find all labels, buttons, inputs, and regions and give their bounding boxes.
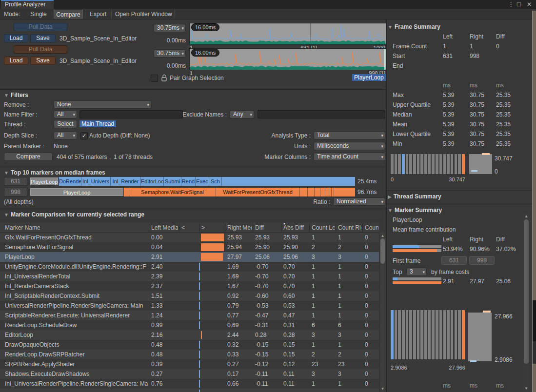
table-column-header[interactable]: Count Right	[338, 222, 361, 233]
name-filter-input[interactable]	[79, 110, 183, 118]
top10-segment[interactable]: Sch	[209, 177, 221, 186]
top10-segment[interactable]: Inl_Univers	[81, 177, 110, 186]
scroll-down-icon[interactable]: ▼	[379, 387, 386, 391]
table-row[interactable]: Inl_UniversalRenderTotal2.391.69-0.700.7…	[0, 272, 379, 281]
marker-summary-title[interactable]: Marker Summary	[395, 207, 442, 214]
top10-segment[interactable]	[221, 177, 228, 186]
table-row[interactable]: Gfx.WaitForPresentOnGfxThread0.0025.9325…	[0, 233, 379, 242]
thread-select-button[interactable]: Select	[54, 120, 77, 128]
top10-segment[interactable]: Exec	[195, 177, 209, 186]
table-row[interactable]: Shadows.ExecuteDrawShadows0.270.17-0.110…	[0, 369, 379, 379]
mode-single-button[interactable]: Single	[25, 11, 52, 18]
summary-scrollbar-thumb[interactable]	[524, 219, 529, 364]
table-column-header[interactable]: <	[181, 222, 198, 233]
pull-data-right-button[interactable]: Pull Data	[14, 45, 67, 54]
kebab-menu-icon[interactable]: ⋮	[508, 1, 514, 8]
table-row[interactable]: RenderLoop.ScheduleDraw0.990.69-0.310.31…	[0, 320, 379, 330]
top10-frame-number[interactable]: 631	[4, 177, 27, 186]
top10-segment[interactable]: Inl_Render	[110, 177, 140, 186]
top10-segment[interactable]: DoRenderl	[59, 177, 81, 186]
table-scrollbar-thumb[interactable]	[380, 238, 385, 264]
units-dropdown[interactable]: Milliseconds ▾	[314, 142, 385, 150]
load-left-button[interactable]: Load	[4, 34, 28, 42]
table-row[interactable]: DrawOpaqueObjects0.480.32-0.150.15110	[0, 340, 379, 350]
table-row[interactable]: PlayerLoop2.9127.9725.0625.06330	[0, 252, 379, 262]
maximize-icon[interactable]: □	[517, 0, 521, 8]
open-profiler-button[interactable]: Open Profiler Window	[115, 11, 172, 18]
marker-table-title[interactable]: Marker Comparison for currently selected…	[11, 211, 144, 218]
save-left-button[interactable]: Save	[30, 34, 56, 42]
table-row[interactable]: Semaphore.WaitForSignal0.0425.9425.9025.…	[0, 242, 379, 252]
column-separator[interactable]	[253, 224, 253, 232]
exclude-names-input[interactable]	[258, 110, 385, 118]
foldout-open-icon[interactable]: ▼	[4, 93, 9, 98]
load-right-button[interactable]: Load	[4, 57, 28, 65]
frame-summary-title[interactable]: Frame Summary	[395, 23, 440, 30]
ratio-dropdown[interactable]: Normalized ▾	[333, 197, 385, 206]
top10-segment[interactable]	[124, 188, 129, 196]
scroll-down-icon[interactable]: ▼	[523, 386, 530, 391]
column-separator[interactable]	[225, 224, 225, 232]
top10-segment[interactable]: PlayerLoop	[30, 177, 59, 186]
top10-bar[interactable]: PlayerLoopSemaphore.WaitForSignalWaitFor…	[30, 188, 355, 196]
thread-summary-title[interactable]: Thread Summary	[394, 193, 441, 200]
filters-title[interactable]: Filters	[11, 92, 28, 98]
depth-slice-dropdown[interactable]: All ▾	[54, 131, 77, 139]
table-column-header[interactable]: >	[201, 222, 224, 233]
table-row[interactable]: ScriptableRenderer.Execute: UniversalRen…	[0, 311, 379, 320]
top10-bar[interactable]: PlayerLoopDoRenderlInl_UniversInl_Render…	[30, 177, 355, 186]
top10-segment[interactable]: Rend	[181, 177, 195, 186]
exclude-mode-dropdown[interactable]: Any ▾	[230, 110, 254, 118]
top10-title[interactable]: Top 10 markers on median frames	[11, 169, 105, 176]
export-button[interactable]: Export	[87, 11, 109, 18]
table-column-header[interactable]: Count Diff	[365, 222, 378, 233]
lock-open-icon[interactable]	[161, 74, 167, 81]
top10-segment[interactable]	[307, 188, 314, 196]
table-column-header[interactable]: Count Left	[312, 222, 335, 233]
table-column-header[interactable]: Right Median	[227, 222, 252, 233]
table-column-header[interactable]: Diff	[255, 222, 280, 233]
column-separator[interactable]	[179, 224, 179, 232]
range-left-dropdown[interactable]: 30.75ms ▾	[154, 24, 186, 32]
top10-segment[interactable]: WaitForPresentOnGfxThread	[216, 188, 299, 196]
table-row[interactable]: Inl_RenderCameraStack2.371.67-0.700.7011…	[0, 281, 379, 291]
top10-segment[interactable]: PlayerLoop	[30, 188, 124, 196]
table-column-header[interactable]: Abs Diff	[283, 222, 308, 233]
table-row[interactable]: Inl_ScriptableRenderContext.Submit1.510.…	[0, 291, 379, 301]
column-separator[interactable]	[362, 224, 363, 232]
pair-graph-checkbox[interactable]	[151, 75, 158, 82]
foldout-open-icon[interactable]: ▼	[388, 208, 393, 213]
range-right-dropdown[interactable]: 30.75ms ▾	[154, 49, 186, 58]
table-row[interactable]: UniversalRenderPipeline.RenderSingleCame…	[0, 301, 379, 311]
analysis-type-dropdown[interactable]: Total ▾	[314, 131, 385, 139]
foldout-open-icon[interactable]: ▼	[4, 212, 9, 217]
table-row[interactable]: Inl_UniversalRenderPipeline.RenderSingle…	[0, 379, 379, 389]
name-filter-mode-dropdown[interactable]: All ▾	[54, 110, 77, 118]
column-separator[interactable]	[199, 224, 199, 232]
table-row[interactable]: SRPBRender.ApplyShader0.390.27-0.120.122…	[0, 359, 379, 369]
column-separator[interactable]	[336, 224, 336, 232]
mode-compare-button[interactable]: Compare	[54, 10, 83, 19]
table-row[interactable]: UnityEngine.CoreModule.dll!UnityEngine.R…	[0, 262, 379, 272]
compare-button[interactable]: Compare	[4, 153, 53, 161]
top10-segment[interactable]	[325, 188, 329, 196]
top10-segment[interactable]	[320, 188, 325, 196]
table-column-header[interactable]: Marker Name	[5, 222, 148, 233]
marker-columns-dropdown[interactable]: Time and Count ▾	[314, 153, 385, 161]
table-row[interactable]: RenderLoop.DrawSRPBatcher0.480.33-0.150.…	[0, 350, 379, 359]
column-separator[interactable]	[281, 224, 281, 232]
top10-segment[interactable]	[314, 188, 320, 196]
scroll-up-icon[interactable]: ▲	[523, 214, 530, 218]
top-n-dropdown[interactable]: 3 ▾	[406, 268, 427, 276]
auto-depth-checkbox[interactable]: ✓	[80, 132, 88, 139]
top10-segment[interactable]: Submi	[163, 177, 181, 186]
top10-segment[interactable]	[299, 188, 307, 196]
foldout-closed-icon[interactable]: ▶	[388, 194, 392, 199]
top10-segment[interactable]	[334, 188, 336, 196]
scroll-up-icon[interactable]: ▲	[379, 234, 386, 238]
column-separator[interactable]	[309, 224, 310, 232]
table-scrollbar[interactable]: ▲ ▼	[379, 233, 386, 392]
table-row[interactable]: EditorLoop2.162.440.280.28330	[0, 330, 379, 340]
summary-scrollbar[interactable]: ▲ ▼	[523, 213, 530, 392]
top10-segment[interactable]: EditorLoo	[140, 177, 163, 186]
